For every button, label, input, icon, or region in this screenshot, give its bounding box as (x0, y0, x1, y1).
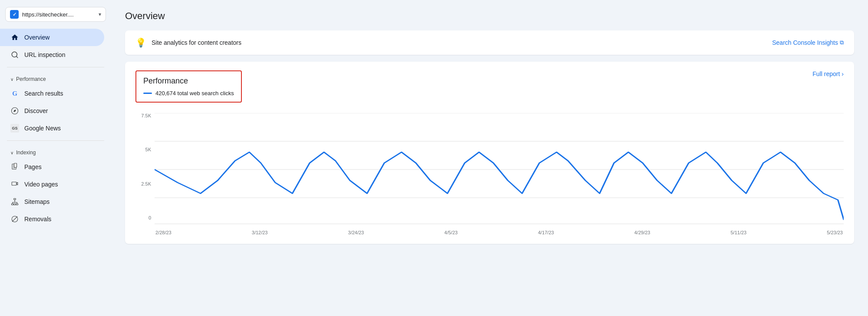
insight-banner: 💡 Site analytics for content creators Se… (125, 30, 854, 55)
x-label-312: 3/12/23 (252, 230, 268, 235)
x-label-511: 5/11/23 (730, 230, 746, 235)
svg-rect-7 (14, 204, 16, 205)
performance-card-title: Performance (143, 77, 234, 86)
main-content: Overview 💡 Site analytics for content cr… (111, 0, 868, 316)
performance-section-label: Performance (16, 76, 46, 82)
performance-chevron-icon: ∨ (10, 77, 13, 82)
sidebar-item-google-news[interactable]: GS Google News (0, 120, 104, 137)
discover-icon (10, 106, 19, 115)
indexing-chevron-icon: ∨ (10, 150, 13, 155)
sidebar: https://sitechecker.... ▾ Overview URL i… (0, 0, 111, 316)
svg-rect-8 (16, 204, 18, 205)
sidebar-url-inspection-label: URL inspection (24, 51, 65, 58)
svg-rect-3 (14, 163, 17, 167)
removals-icon (10, 215, 19, 223)
stat-line-indicator (143, 93, 152, 94)
performance-highlight-box: Performance 420,674 total web search cli… (135, 70, 242, 103)
x-label-417: 4/17/23 (538, 230, 554, 235)
y-label-75k: 7.5K (135, 113, 151, 118)
url-inspection-icon (10, 50, 19, 59)
svg-line-10 (12, 216, 17, 222)
url-check-icon (10, 10, 19, 19)
url-text: https://sitechecker.... (22, 11, 95, 18)
svg-rect-6 (12, 204, 14, 205)
sidebar-section-indexing[interactable]: ∨ Indexing (0, 144, 111, 158)
sidebar-item-video-pages[interactable]: Video pages (0, 176, 104, 193)
sidebar-item-overview[interactable]: Overview (0, 29, 104, 46)
external-link-icon: ⧉ (840, 39, 844, 46)
performance-card: Performance 420,674 total web search cli… (125, 62, 854, 244)
sidebar-item-pages[interactable]: Pages (0, 158, 104, 176)
url-bar[interactable]: https://sitechecker.... ▾ (5, 7, 106, 22)
banner-left: 💡 Site analytics for content creators (135, 37, 241, 48)
sidebar-discover-label: Discover (24, 107, 48, 114)
x-label-429: 4/29/23 (634, 230, 650, 235)
x-label-324: 3/24/23 (348, 230, 364, 235)
sidebar-section-performance[interactable]: ∨ Performance (0, 71, 111, 85)
x-label-523: 5/23/23 (827, 230, 843, 235)
y-label-0: 0 (135, 215, 151, 220)
sidebar-video-pages-label: Video pages (24, 181, 58, 188)
sidebar-item-removals[interactable]: Removals (0, 210, 104, 228)
sidebar-sitemaps-label: Sitemaps (24, 198, 50, 205)
full-report-link[interactable]: Full report › (812, 70, 844, 77)
divider-1 (7, 67, 104, 67)
chart-container: 7.5K 5K 2.5K 0 (135, 113, 844, 235)
chart-main: 2/28/23 3/12/23 3/24/23 4/5/23 4/17/23 4… (155, 113, 844, 235)
search-console-insights-link[interactable]: Search Console Insights ⧉ (772, 39, 844, 46)
sitemaps-icon (10, 197, 19, 206)
sidebar-google-news-label: Google News (24, 125, 61, 132)
x-label-45: 4/5/23 (444, 230, 458, 235)
x-label-228: 2/28/23 (155, 230, 172, 235)
indexing-section-label: Indexing (16, 150, 36, 156)
bulb-icon: 💡 (135, 37, 146, 48)
sidebar-item-sitemaps[interactable]: Sitemaps (0, 193, 104, 210)
y-label-25k: 2.5K (135, 181, 151, 186)
banner-text: Site analytics for content creators (152, 39, 241, 46)
google-news-icon: GS (10, 124, 19, 133)
performance-stat-text: 420,674 total web search clicks (155, 90, 234, 96)
home-icon (10, 33, 19, 42)
pages-icon (10, 163, 19, 171)
performance-stat: 420,674 total web search clicks (143, 90, 234, 96)
chevron-right-icon: › (842, 70, 844, 77)
sidebar-overview-label: Overview (24, 34, 50, 41)
page-title: Overview (125, 10, 854, 22)
google-g-icon: G (10, 89, 19, 98)
chart-body: 7.5K 5K 2.5K 0 (135, 113, 844, 235)
sidebar-item-discover[interactable]: Discover (0, 102, 104, 120)
svg-rect-5 (14, 199, 16, 200)
chart-y-axis: 7.5K 5K 2.5K 0 (135, 113, 151, 222)
divider-2 (7, 140, 104, 141)
video-pages-icon (10, 180, 19, 189)
performance-card-header: Performance 420,674 total web search cli… (135, 70, 844, 110)
sidebar-pages-label: Pages (24, 163, 42, 170)
svg-rect-4 (12, 182, 17, 186)
url-chevron-icon: ▾ (99, 11, 101, 17)
chart-x-axis: 2/28/23 3/12/23 3/24/23 4/5/23 4/17/23 4… (155, 230, 844, 235)
sidebar-removals-label: Removals (24, 216, 51, 223)
y-label-5k: 5K (135, 147, 151, 152)
sidebar-search-results-label: Search results (24, 90, 63, 97)
sidebar-item-url-inspection[interactable]: URL inspection (0, 46, 104, 63)
sidebar-item-search-results[interactable]: G Search results (0, 85, 104, 102)
chart-svg (155, 113, 844, 226)
